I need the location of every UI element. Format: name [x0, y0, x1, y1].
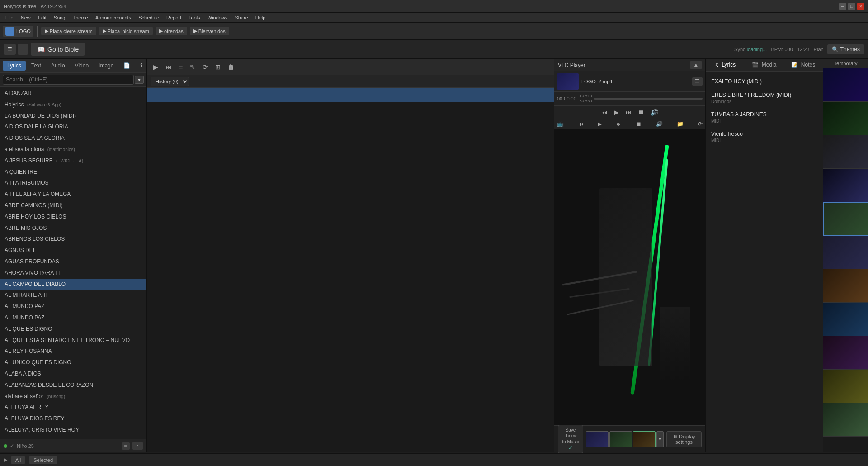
- tab-audio[interactable]: Audio: [47, 61, 70, 71]
- ofrendas-btn[interactable]: ▶ ofrendas: [156, 27, 187, 35]
- menu-theme[interactable]: Theme: [69, 14, 91, 21]
- list-item[interactable]: A DIOS SEA LA GLORIA: [0, 133, 146, 144]
- menu-song[interactable]: Song: [50, 14, 69, 21]
- menu-schedule[interactable]: Schedule: [135, 14, 163, 21]
- menu-tools[interactable]: Tools: [185, 14, 204, 21]
- vlc-screen-btn[interactable]: 📺: [557, 121, 564, 127]
- theme-chevron-btn[interactable]: ▼: [656, 431, 664, 447]
- nav-plus-btn[interactable]: +: [18, 44, 28, 55]
- list-item[interactable]: ALABA A DIOS: [0, 368, 146, 380]
- theme-thumb-8[interactable]: [823, 303, 868, 336]
- bienvenidos-btn[interactable]: ▶ Bienvenidos: [190, 27, 229, 35]
- menu-report[interactable]: Report: [163, 14, 185, 21]
- list-item[interactable]: ABRE CAMINOS (MIDI): [0, 200, 146, 211]
- vlc-fwd-btn[interactable]: ⏭: [616, 121, 622, 127]
- menu-file[interactable]: File: [2, 14, 17, 21]
- placa-inicio-btn[interactable]: ▶ Placa inicio stream: [99, 27, 153, 35]
- history-select[interactable]: History (0): [151, 77, 189, 86]
- vlc-rew-btn[interactable]: ⏮: [578, 121, 584, 127]
- maximize-btn[interactable]: □: [848, 3, 855, 10]
- list-item[interactable]: AL QUE ESTA SENTADO EN EL TRONO – NUEVO: [0, 335, 146, 346]
- list-item[interactable]: AGNUS DEI: [0, 245, 146, 256]
- vlc-progress-bar[interactable]: [594, 98, 703, 100]
- list-item[interactable]: A JESUS SEGUIRE (TWICE JEA): [0, 155, 146, 166]
- playlist-tab-media[interactable]: 🎬 Media: [745, 59, 783, 71]
- refresh-btn[interactable]: ⟳: [200, 62, 211, 72]
- vlc-prev-btn[interactable]: ⏮: [599, 108, 609, 117]
- theme-mini-1[interactable]: [586, 431, 609, 447]
- more-btn[interactable]: ⋮: [132, 442, 143, 450]
- menu-windows[interactable]: Windows: [204, 14, 231, 21]
- list-item[interactable]: Holyrics (Software & App): [0, 99, 146, 110]
- vlc-stop-btn[interactable]: ⏹: [636, 108, 646, 117]
- grid-btn[interactable]: ⊞: [212, 62, 223, 72]
- list-item[interactable]: AGUAS PROFUNDAS: [0, 256, 146, 267]
- theme-thumb-3[interactable]: [823, 135, 868, 169]
- menu-announcements[interactable]: Announcements: [92, 14, 135, 21]
- status-all-btn[interactable]: All: [11, 456, 25, 464]
- list-item[interactable]: A DANZAR: [0, 88, 146, 99]
- minimize-btn[interactable]: ─: [839, 3, 846, 10]
- list-item[interactable]: A QUIEN IRE: [0, 166, 146, 178]
- menu-share[interactable]: Share: [231, 14, 251, 21]
- play-btn[interactable]: ▶: [151, 62, 161, 72]
- nav-toggle-btn[interactable]: ☰: [4, 44, 16, 55]
- status-selected-btn[interactable]: Selected: [29, 456, 57, 464]
- list-item[interactable]: ALELUYA DIOS ES REY: [0, 413, 146, 424]
- list-item[interactable]: AL MUNDO PAZ: [0, 312, 146, 323]
- theme-mini-3[interactable]: [633, 431, 656, 447]
- menu-new[interactable]: New: [17, 14, 34, 21]
- list-item[interactable]: ALELUYA AL REY: [0, 402, 146, 413]
- list-item[interactable]: LA BONDAD DE DIOS (MIDI): [0, 110, 146, 122]
- vlc-loop-btn[interactable]: ⟳: [698, 121, 703, 127]
- playlist-item-1[interactable]: EXALTO HOY (MIDI): [708, 76, 821, 87]
- center-highlight-row[interactable]: [147, 88, 554, 102]
- vlc-expand-btn[interactable]: ▲: [690, 61, 702, 69]
- theme-thumb-4[interactable]: [823, 169, 868, 202]
- theme-thumb-6[interactable]: [823, 236, 868, 269]
- search-dropdown-btn[interactable]: ▼: [135, 76, 144, 84]
- vlc-play2-btn[interactable]: ▶: [598, 121, 602, 127]
- theme-thumb-5[interactable]: [823, 202, 868, 236]
- list-item-al-campo[interactable]: AL CAMPO DEL DIABLO: [0, 279, 146, 290]
- vlc-vol2-btn[interactable]: 🔊: [656, 121, 663, 127]
- theme-thumb-11[interactable]: [823, 403, 868, 437]
- theme-thumb-2[interactable]: [823, 102, 868, 135]
- display-settings-btn[interactable]: 🖥 Display settings: [666, 431, 702, 447]
- tab-lyrics[interactable]: Lyrics: [3, 61, 26, 71]
- list-item[interactable]: AL QUE ES DIGNO: [0, 323, 146, 335]
- vlc-vol-btn[interactable]: 🔊: [649, 108, 660, 117]
- list-item[interactable]: ABRE HOY LOS CIELOS: [0, 211, 146, 223]
- list-item[interactable]: ABRENOS LOS CIELOS: [0, 233, 146, 245]
- theme-thumb-7[interactable]: [823, 269, 868, 303]
- list-item[interactable]: a el sea la gloria (matrimonios): [0, 144, 146, 155]
- list-item[interactable]: A DIOS DALE LA GLORIA: [0, 121, 146, 133]
- list-item[interactable]: ALFA Y OMEGA: [0, 436, 146, 439]
- placa-cierre-btn[interactable]: ▶ Placa cierre stream: [41, 27, 96, 35]
- playlist-item-3[interactable]: TUMBAS A JARDINES MIDI: [708, 109, 821, 126]
- save-theme-btn[interactable]: Save Themeto Music ✓: [558, 425, 583, 453]
- list-item[interactable]: ALELUYA, CRISTO VIVE HOY: [0, 424, 146, 436]
- logo-btn[interactable]: LOGO: [3, 26, 33, 37]
- theme-mini-2[interactable]: [609, 431, 632, 447]
- list-item[interactable]: AL UNICO QUE ES DIGNO: [0, 357, 146, 368]
- menu-help[interactable]: Help: [252, 14, 269, 21]
- vlc-next-btn[interactable]: ⏭: [623, 108, 633, 117]
- next-btn[interactable]: ⏭: [163, 62, 175, 72]
- edit-btn[interactable]: ✎: [187, 62, 198, 72]
- search-input[interactable]: [3, 75, 134, 85]
- list-item[interactable]: A TI EL ALFA Y LA OMEGA: [0, 189, 146, 200]
- playlist-item-4[interactable]: Viento fresco MIDI: [708, 128, 821, 146]
- tab-text[interactable]: Text: [27, 61, 46, 71]
- vlc-folder-btn[interactable]: 📁: [677, 121, 684, 127]
- theme-thumb-10[interactable]: [823, 370, 868, 403]
- tab-info[interactable]: ℹ: [136, 61, 147, 71]
- delete-btn[interactable]: 🗑: [225, 62, 237, 72]
- list-btn[interactable]: ≡: [176, 62, 185, 72]
- theme-thumb-9[interactable]: [823, 336, 868, 370]
- tab-doc[interactable]: 📄: [119, 61, 135, 71]
- close-btn[interactable]: ✕: [857, 3, 864, 10]
- list-item[interactable]: ABRE MIS OJOS: [0, 223, 146, 234]
- tab-video[interactable]: Video: [71, 61, 93, 71]
- themes-btn[interactable]: 🔍 Themes: [827, 44, 864, 54]
